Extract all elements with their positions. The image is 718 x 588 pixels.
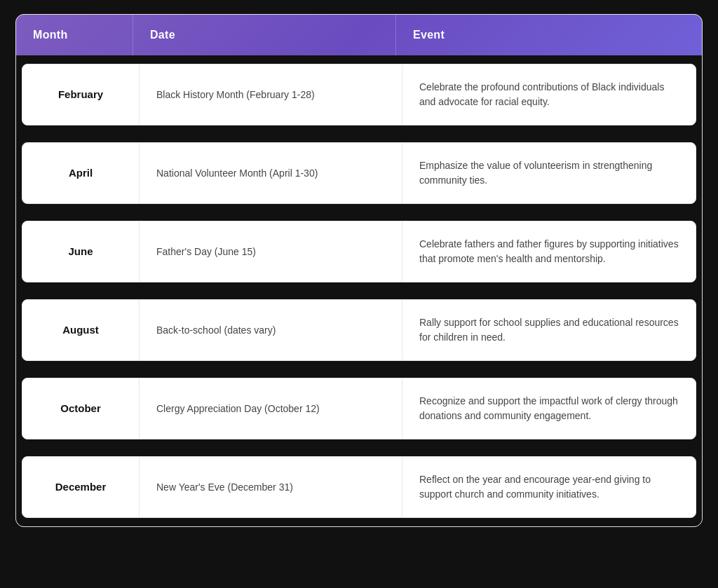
row-wrapper: AugustBack-to-school (dates vary)Rally s… — [16, 291, 702, 369]
event-cell: Emphasize the value of volunteerism in s… — [402, 143, 696, 203]
row-wrapper: OctoberClergy Appreciation Day (October … — [16, 369, 702, 448]
table-row: AugustBack-to-school (dates vary)Rally s… — [22, 299, 696, 361]
event-cell: Celebrate the profound contributions of … — [402, 64, 696, 125]
table-row: DecemberNew Year's Eve (December 31)Refl… — [22, 456, 696, 518]
row-wrapper: JuneFather's Day (June 15)Celebrate fath… — [16, 212, 702, 291]
event-cell: Reflect on the year and encourage year-e… — [402, 457, 696, 517]
header-month: Month — [16, 15, 133, 55]
event-cell: Celebrate fathers and father figures by … — [402, 221, 696, 282]
date-cell: New Year's Eve (December 31) — [140, 457, 402, 517]
date-cell: Father's Day (June 15) — [140, 221, 402, 282]
month-cell: October — [22, 378, 140, 439]
row-wrapper: DecemberNew Year's Eve (December 31)Refl… — [16, 448, 702, 526]
month-cell: June — [22, 221, 140, 282]
table-row: FebruaryBlack History Month (February 1-… — [22, 64, 696, 125]
row-wrapper: FebruaryBlack History Month (February 1-… — [16, 55, 702, 134]
header-date: Date — [133, 15, 396, 55]
date-cell: Black History Month (February 1-28) — [140, 64, 402, 125]
date-cell: Back-to-school (dates vary) — [140, 300, 402, 360]
events-table: Month Date Event FebruaryBlack History M… — [15, 14, 703, 527]
date-cell: National Volunteer Month (April 1-30) — [140, 143, 402, 203]
table-row: AprilNational Volunteer Month (April 1-3… — [22, 142, 696, 204]
table-body: FebruaryBlack History Month (February 1-… — [16, 55, 702, 526]
month-cell: April — [22, 143, 140, 203]
table-row: JuneFather's Day (June 15)Celebrate fath… — [22, 221, 696, 282]
event-cell: Recognize and support the impactful work… — [402, 378, 696, 439]
table-row: OctoberClergy Appreciation Day (October … — [22, 378, 696, 439]
date-cell: Clergy Appreciation Day (October 12) — [140, 378, 402, 439]
month-cell: February — [22, 64, 140, 125]
table-header: Month Date Event — [16, 15, 702, 55]
month-cell: December — [22, 457, 140, 517]
header-event: Event — [396, 15, 702, 55]
row-wrapper: AprilNational Volunteer Month (April 1-3… — [16, 134, 702, 212]
month-cell: August — [22, 300, 140, 360]
event-cell: Rally support for school supplies and ed… — [402, 300, 696, 360]
